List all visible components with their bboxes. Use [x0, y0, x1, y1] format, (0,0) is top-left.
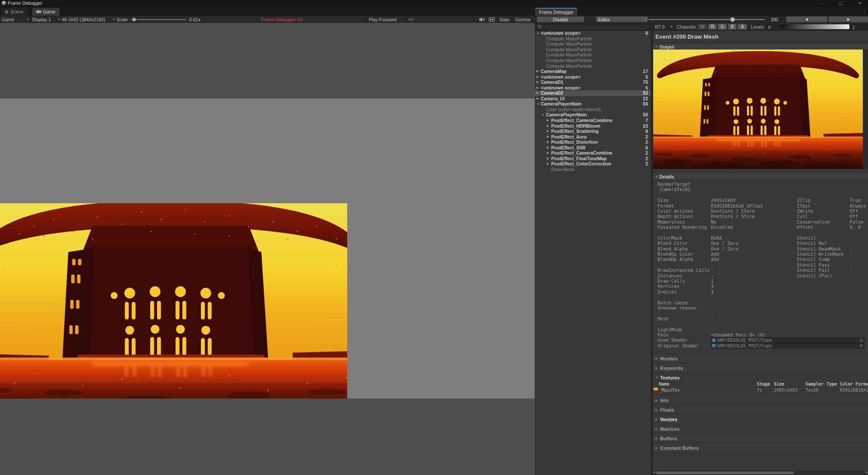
mute-audio-icon[interactable]: [479, 16, 485, 23]
close-button[interactable]: ×: [853, 0, 866, 7]
shader-object-field[interactable]: SRP/DESOLUS_POST/Copy⊙: [711, 337, 865, 343]
tree-row[interactable]: ▶PostEffect_CameraCombine2: [535, 150, 651, 156]
tree-row[interactable]: Compute MassParticle: [535, 58, 651, 63]
previous-event-button[interactable]: ◀: [786, 16, 827, 22]
chevron-right-icon[interactable]: ▶: [547, 157, 551, 160]
chevron-right-icon[interactable]: ▶: [536, 91, 541, 95]
detail-label: Offset: [797, 224, 813, 230]
shader-object-field[interactable]: SRP/DESOLUS_POST/Copy⊙: [711, 343, 865, 349]
tree-row[interactable]: ▶PostEffect_CameraCombine7: [535, 118, 651, 123]
tree-row[interactable]: ▶PostEffect_FinalToneMap2: [535, 156, 651, 162]
tree-row[interactable]: Compute MassParticle: [535, 47, 651, 53]
chevron-right-icon[interactable]: ▶: [536, 80, 541, 84]
chevron-right-icon[interactable]: ▶: [547, 119, 551, 122]
play-focused-dropdown[interactable]: Play Focused▾: [367, 16, 412, 23]
channel-b-button[interactable]: B: [728, 24, 736, 30]
vectors-section-header[interactable]: ▶ Vectors: [653, 414, 868, 425]
chevron-right-icon[interactable]: ▶: [547, 151, 551, 155]
tab-scene[interactable]: Scene: [1, 8, 27, 16]
ints-section-header[interactable]: ▶ Ints: [653, 395, 868, 406]
tree-row[interactable]: ▶<unknown scope>5: [535, 85, 651, 90]
search-input[interactable]: [536, 24, 650, 30]
keywords-section-header[interactable]: ▶ Keywords: [653, 363, 868, 373]
tab-game[interactable]: Game: [32, 8, 59, 16]
next-event-button[interactable]: ▶: [829, 16, 868, 22]
tree-row[interactable]: ▶<unknown scope>5: [535, 74, 651, 79]
chevron-right-icon[interactable]: ▶: [536, 86, 541, 89]
channel-g-button[interactable]: G: [718, 24, 727, 30]
chevron-right-icon[interactable]: ▶: [547, 124, 551, 128]
meshes-section-header[interactable]: ▶ Meshes: [653, 353, 868, 364]
maximize-button[interactable]: □: [834, 0, 847, 7]
game-mode-dropdown[interactable]: Game▾: [0, 16, 31, 23]
chevron-right-icon[interactable]: ▶: [536, 97, 541, 100]
chevron-right-icon[interactable]: ▶: [536, 75, 541, 79]
vsync-display-icon[interactable]: [489, 16, 495, 23]
capture-icon[interactable]: [410, 16, 414, 23]
detail-label: Stencil ZFail: [797, 273, 832, 278]
tree-row[interactable]: ▶PostEffect_Distortion2: [535, 139, 651, 145]
object-picker-icon[interactable]: ⊙: [859, 338, 864, 343]
event-slider[interactable]: [649, 16, 765, 23]
tree-row-label: PostEffect_CameraCombine: [551, 150, 612, 155]
chevron-down-icon[interactable]: ▼: [542, 113, 546, 116]
display-dropdown[interactable]: Display 1▾: [30, 16, 62, 23]
event-number-field[interactable]: 200: [769, 16, 786, 23]
minimize-button[interactable]: –: [815, 0, 828, 7]
chevron-down-icon[interactable]: ▼: [536, 32, 541, 35]
tree-row[interactable]: Clear (color+depth+stencil): [535, 107, 651, 112]
tab-frame-debugger[interactable]: Frame Debugger: [535, 8, 577, 16]
chevron-right-icon[interactable]: ▶: [547, 140, 551, 144]
tree-row[interactable]: Compute MassParticle: [535, 36, 651, 42]
tree-row-count: 56: [643, 101, 651, 106]
object-picker-icon[interactable]: ⊙: [859, 343, 864, 348]
horizontal-scrollbar[interactable]: ◂ ▸: [653, 471, 868, 475]
stats-button[interactable]: Stats: [499, 16, 510, 23]
tree-row[interactable]: ▶CameraD292: [535, 90, 651, 96]
disable-button[interactable]: Disable: [537, 16, 584, 22]
tree-row[interactable]: ▶CameraMap17: [535, 69, 651, 74]
chevron-right-icon[interactable]: ▶: [547, 162, 551, 165]
tree-row[interactable]: ▶CameraD175: [535, 79, 651, 85]
channel-a-button[interactable]: A: [738, 24, 747, 30]
tree-row[interactable]: ▶Camera_UI22: [535, 96, 651, 102]
chevron-right-icon[interactable]: ▶: [547, 129, 551, 133]
chevron-right-icon: ▶: [655, 427, 660, 431]
gizmos-dropdown[interactable]: Gizmos▾: [513, 16, 537, 23]
editor-dropdown[interactable]: Editor▾: [596, 16, 648, 22]
scrollbar-thumb[interactable]: [656, 472, 794, 474]
tree-row[interactable]: ▶PostEffect_Scattering8: [535, 129, 651, 134]
tree-row[interactable]: Draw Mesh: [535, 167, 651, 172]
tree-row[interactable]: ▶PostEffect_HDRBloom23: [535, 123, 651, 129]
tree-row[interactable]: ▼CameraPlayerMain56: [535, 101, 651, 107]
frame-debugger-window: Frame Debugger – □ × Scene Game Game▾ Di…: [0, 0, 868, 475]
floats-section-header[interactable]: ▶ Floats: [653, 405, 868, 415]
tree-row[interactable]: ▶PostEffect_ColorCorrection2: [535, 161, 651, 167]
chevron-down-icon[interactable]: ▼: [536, 102, 541, 106]
tree-row[interactable]: ▶PostEffect_SSR6: [535, 145, 651, 150]
levels-slider[interactable]: [781, 24, 849, 29]
textures-section-header[interactable]: ▼ Textures: [653, 373, 868, 382]
panel-menu-icon[interactable]: ⋮: [862, 9, 867, 15]
channel-all-button[interactable]: All: [697, 24, 707, 30]
scroll-left-icon[interactable]: ◂: [653, 470, 655, 474]
chevron-right-icon[interactable]: ▶: [547, 135, 551, 139]
resolution-dropdown[interactable]: 4K UHD (3840x2160)▾: [60, 16, 117, 23]
buffers-section-header[interactable]: ▶ Buffers: [653, 433, 868, 444]
scroll-right-icon[interactable]: ▸: [866, 470, 868, 474]
channel-r-button[interactable]: R: [708, 24, 717, 30]
tree-row[interactable]: ▼<unknown scope>6: [535, 30, 651, 36]
scale-slider[interactable]: [131, 16, 186, 23]
tree-row[interactable]: ▼CameraPlayerMain55: [535, 112, 651, 118]
tree-row[interactable]: ▶PostEffect_Aura2: [535, 134, 651, 139]
texture-row[interactable]: _MainTexfs2495x1403Tex2DR16G16B16A16_SFl…: [653, 387, 868, 393]
rt-dropdown[interactable]: RT 0▾: [655, 23, 672, 30]
constant-buffers-section-header[interactable]: ▶ Constant Buffers: [653, 443, 868, 453]
tree-row[interactable]: Compute MassParticle: [535, 63, 651, 69]
levels-label: Levels: [751, 23, 764, 30]
tree-row[interactable]: Compute MassParticle: [535, 52, 651, 58]
chevron-right-icon[interactable]: ▶: [536, 69, 541, 73]
tree-row[interactable]: Compute MassParticle: [535, 41, 651, 47]
matrices-section-header[interactable]: ▶ Matrices: [653, 424, 868, 434]
chevron-right-icon[interactable]: ▶: [547, 146, 551, 149]
